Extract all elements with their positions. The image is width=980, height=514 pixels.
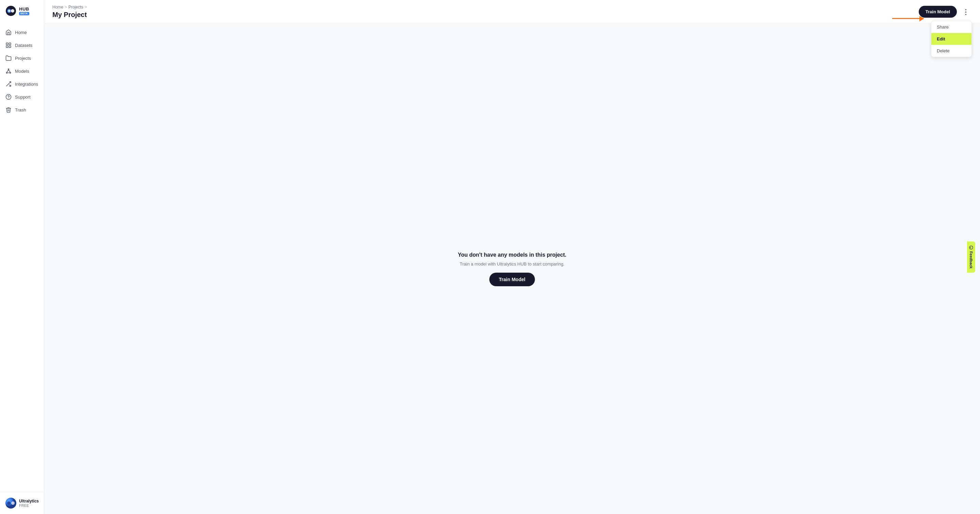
- main-content: Home > Projects > My Project Train Model…: [44, 0, 980, 514]
- dropdown-edit[interactable]: Edit: [931, 33, 972, 45]
- svg-line-12: [8, 70, 10, 72]
- integrations-label: Integrations: [15, 82, 38, 87]
- projects-icon: [5, 55, 11, 61]
- more-options-button[interactable]: ⋮: [959, 6, 972, 18]
- svg-line-11: [7, 70, 8, 72]
- feedback-icon: [969, 246, 973, 249]
- header: Home > Projects > My Project Train Model…: [44, 0, 980, 24]
- sidebar: HUB BETA Home Datasets: [0, 0, 44, 514]
- svg-rect-6: [9, 46, 11, 48]
- datasets-label: Datasets: [15, 43, 32, 48]
- empty-state: You don't have any models in this projec…: [458, 252, 566, 286]
- sidebar-nav: Home Datasets Projects: [0, 23, 44, 492]
- support-icon: [5, 94, 11, 100]
- sidebar-item-models[interactable]: Models: [0, 65, 44, 78]
- support-label: Support: [15, 95, 30, 100]
- ultralytics-logo-icon: [5, 5, 16, 16]
- arrow-annotation: [892, 16, 924, 21]
- trash-icon: [5, 107, 11, 113]
- svg-point-19: [7, 501, 11, 505]
- feedback-wrapper: Feedback: [956, 253, 980, 261]
- sidebar-item-support[interactable]: Support: [0, 90, 44, 103]
- models-label: Models: [15, 69, 29, 74]
- svg-rect-7: [6, 46, 8, 48]
- svg-point-3: [8, 10, 10, 12]
- svg-point-18: [5, 498, 16, 509]
- logo-hub-label: HUB: [19, 7, 29, 11]
- feedback-tab[interactable]: Feedback: [967, 241, 975, 273]
- empty-title: You don't have any models in this projec…: [458, 252, 566, 258]
- sidebar-item-datasets[interactable]: Datasets: [0, 39, 44, 52]
- user-plan: FREE: [19, 503, 39, 508]
- dropdown-delete[interactable]: Delete: [931, 45, 972, 57]
- sidebar-item-trash[interactable]: Trash: [0, 103, 44, 116]
- breadcrumb-sep-2: >: [84, 5, 87, 10]
- logo: HUB BETA: [0, 0, 44, 23]
- logo-text: HUB BETA: [19, 7, 29, 15]
- train-model-center-button[interactable]: Train Model: [489, 273, 535, 286]
- train-model-button[interactable]: Train Model: [919, 6, 957, 17]
- content-area: You don't have any models in this projec…: [44, 24, 980, 514]
- feedback-label: Feedback: [969, 251, 973, 268]
- dropdown-share[interactable]: Share: [931, 21, 972, 33]
- svg-point-20: [11, 501, 14, 505]
- header-actions: Train Model ⋮ Share Edit Delete: [919, 6, 972, 18]
- datasets-icon: [5, 42, 11, 48]
- breadcrumb-sep-1: >: [65, 5, 67, 10]
- breadcrumb: Home > Projects >: [52, 5, 87, 10]
- page-title: My Project: [52, 11, 87, 19]
- projects-label: Projects: [15, 56, 31, 61]
- svg-point-21: [969, 246, 973, 249]
- models-icon: [5, 68, 11, 74]
- header-left: Home > Projects > My Project: [52, 5, 87, 19]
- home-label: Home: [15, 30, 27, 35]
- svg-rect-4: [6, 43, 8, 44]
- sidebar-footer: Ultralytics FREE: [0, 492, 44, 514]
- dropdown-menu: Share Edit Delete: [931, 21, 972, 57]
- user-info: Ultralytics FREE: [19, 499, 39, 508]
- sidebar-item-projects[interactable]: Projects: [0, 52, 44, 65]
- empty-subtitle: Train a model with Ultralytics HUB to st…: [460, 262, 565, 267]
- arrow-line: [892, 18, 920, 19]
- user-name: Ultralytics: [19, 499, 39, 503]
- home-icon: [5, 29, 11, 35]
- svg-rect-5: [9, 43, 11, 44]
- avatar: [5, 498, 16, 509]
- sidebar-item-home[interactable]: Home: [0, 26, 44, 39]
- svg-point-2: [11, 9, 14, 13]
- integrations-icon: [5, 81, 11, 87]
- breadcrumb-home[interactable]: Home: [52, 5, 63, 10]
- logo-beta-badge: BETA: [19, 12, 29, 15]
- sidebar-item-integrations[interactable]: Integrations: [0, 78, 44, 90]
- trash-label: Trash: [15, 108, 26, 113]
- breadcrumb-projects[interactable]: Projects: [68, 5, 83, 10]
